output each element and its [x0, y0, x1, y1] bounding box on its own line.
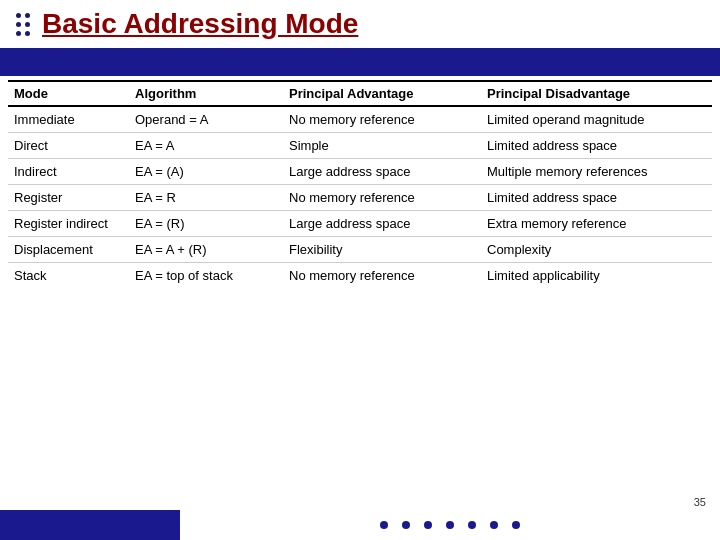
- header: Basic Addressing Mode: [0, 0, 720, 44]
- cell-disadvantage: Complexity: [481, 237, 712, 263]
- table-row: StackEA = top of stackNo memory referenc…: [8, 263, 712, 289]
- slide-title: Basic Addressing Mode: [42, 8, 358, 40]
- table-row: DisplacementEA = A + (R)FlexibilityCompl…: [8, 237, 712, 263]
- footer-dot: [380, 521, 388, 529]
- cell-algorithm: EA = A + (R): [129, 237, 283, 263]
- cell-mode: Indirect: [8, 159, 129, 185]
- col-header-algorithm: Algorithm: [129, 81, 283, 106]
- page-number: 35: [694, 496, 706, 508]
- table-row: Register indirectEA = (R)Large address s…: [8, 211, 712, 237]
- addressing-modes-table: Mode Algorithm Principal Advantage Princ…: [8, 80, 712, 288]
- cell-algorithm: EA = R: [129, 185, 283, 211]
- cell-disadvantage: Limited operand magnitude: [481, 106, 712, 133]
- cell-mode: Displacement: [8, 237, 129, 263]
- footer-dot: [512, 521, 520, 529]
- footer-left-bar: [0, 510, 180, 540]
- table-row: DirectEA = ASimpleLimited address space: [8, 133, 712, 159]
- cell-mode: Register: [8, 185, 129, 211]
- table-container: Mode Algorithm Principal Advantage Princ…: [0, 80, 720, 510]
- table-row: IndirectEA = (A)Large address spaceMulti…: [8, 159, 712, 185]
- cell-algorithm: EA = A: [129, 133, 283, 159]
- col-header-advantage: Principal Advantage: [283, 81, 481, 106]
- footer-dot: [424, 521, 432, 529]
- cell-advantage: No memory reference: [283, 263, 481, 289]
- cell-mode: Direct: [8, 133, 129, 159]
- footer-dot: [490, 521, 498, 529]
- footer-dot: [468, 521, 476, 529]
- decorative-dots-icon: [16, 13, 30, 36]
- cell-disadvantage: Multiple memory references: [481, 159, 712, 185]
- slide: Basic Addressing Mode Mode Algorithm Pri…: [0, 0, 720, 540]
- cell-advantage: Large address space: [283, 211, 481, 237]
- table-row: RegisterEA = RNo memory referenceLimited…: [8, 185, 712, 211]
- footer-nav-dots: [180, 521, 720, 529]
- footer-dot: [446, 521, 454, 529]
- cell-mode: Register indirect: [8, 211, 129, 237]
- footer-dot: [402, 521, 410, 529]
- cell-algorithm: Operand = A: [129, 106, 283, 133]
- cell-disadvantage: Extra memory reference: [481, 211, 712, 237]
- table-row: ImmediateOperand = ANo memory referenceL…: [8, 106, 712, 133]
- cell-disadvantage: Limited address space: [481, 133, 712, 159]
- table-header-row: Mode Algorithm Principal Advantage Princ…: [8, 81, 712, 106]
- cell-advantage: Large address space: [283, 159, 481, 185]
- cell-advantage: Flexibility: [283, 237, 481, 263]
- col-header-disadvantage: Principal Disadvantage: [481, 81, 712, 106]
- footer: [0, 510, 720, 540]
- cell-mode: Stack: [8, 263, 129, 289]
- cell-algorithm: EA = (A): [129, 159, 283, 185]
- cell-advantage: Simple: [283, 133, 481, 159]
- cell-advantage: No memory reference: [283, 106, 481, 133]
- cell-disadvantage: Limited applicability: [481, 263, 712, 289]
- col-header-mode: Mode: [8, 81, 129, 106]
- decorative-blue-bar: [0, 48, 720, 76]
- cell-mode: Immediate: [8, 106, 129, 133]
- cell-disadvantage: Limited address space: [481, 185, 712, 211]
- cell-advantage: No memory reference: [283, 185, 481, 211]
- cell-algorithm: EA = (R): [129, 211, 283, 237]
- cell-algorithm: EA = top of stack: [129, 263, 283, 289]
